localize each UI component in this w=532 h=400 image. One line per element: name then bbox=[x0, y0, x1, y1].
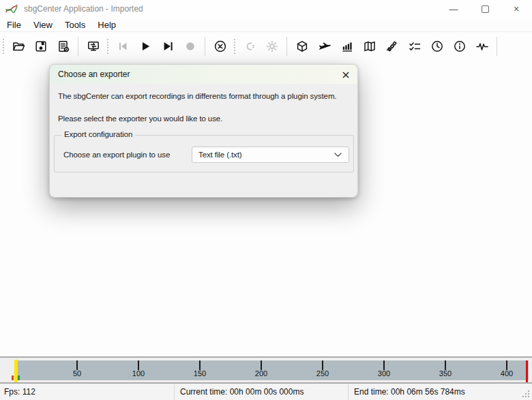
monitor-icon bbox=[87, 40, 100, 53]
checklist-icon bbox=[408, 40, 422, 53]
info-button[interactable] bbox=[449, 36, 469, 57]
toolbar bbox=[0, 31, 532, 61]
menu-bar: File View Tools Help bbox=[0, 18, 532, 31]
minimize-button[interactable]: — bbox=[438, 0, 469, 18]
resize-grip[interactable] bbox=[528, 396, 529, 397]
menu-help[interactable]: Help bbox=[91, 19, 122, 31]
waveform-button[interactable] bbox=[472, 36, 492, 57]
bar-chart-icon bbox=[340, 40, 354, 53]
dialog-title: Choose an exporter bbox=[58, 70, 130, 79]
export-configuration-group: Export configuration Choose an export pl… bbox=[54, 135, 354, 172]
airplane-icon bbox=[318, 40, 331, 53]
satellite-icon bbox=[385, 40, 399, 53]
toolbar-separator bbox=[497, 37, 497, 56]
connector-button bbox=[239, 36, 259, 57]
app-logo-icon bbox=[5, 3, 19, 14]
record-icon bbox=[183, 40, 197, 53]
clock-view-button[interactable] bbox=[427, 36, 447, 57]
group-label: Export configuration bbox=[61, 130, 135, 138]
view-3d-button[interactable] bbox=[292, 36, 312, 57]
toolbar-grip[interactable] bbox=[233, 37, 236, 55]
save-icon bbox=[34, 40, 48, 53]
timeline-end-marker bbox=[526, 360, 528, 382]
toolbar-grip[interactable] bbox=[106, 37, 109, 55]
waveform-icon bbox=[475, 40, 489, 53]
timeline-start-mark-green bbox=[18, 375, 20, 380]
dialog-prompt: Please select the exporter you would lik… bbox=[58, 114, 222, 123]
skip-to-end-button[interactable] bbox=[158, 36, 177, 57]
menu-view[interactable]: View bbox=[27, 19, 59, 31]
skip-to-start-icon bbox=[116, 40, 130, 53]
toolbar-separator bbox=[205, 37, 205, 56]
menu-file[interactable]: File bbox=[1, 19, 27, 31]
window-title: sbgCenter Application - Imported bbox=[24, 4, 143, 14]
play-button[interactable] bbox=[135, 36, 155, 57]
chart-view-button[interactable] bbox=[337, 36, 357, 57]
dialog-close-button[interactable]: × bbox=[334, 65, 357, 84]
status-bar: Fps: 112 Current time: 00h 00m 00s 000ms… bbox=[0, 384, 532, 400]
save-button[interactable] bbox=[31, 36, 50, 57]
skip-to-end-icon bbox=[161, 40, 175, 53]
settings-gear-icon bbox=[265, 40, 279, 53]
cancel-button-toolbar[interactable] bbox=[210, 36, 230, 57]
cancel-icon bbox=[213, 40, 227, 53]
cube-3d-view-icon bbox=[295, 40, 309, 53]
checklist-view-button[interactable] bbox=[404, 36, 424, 57]
settings-button bbox=[262, 36, 282, 57]
toolbar-grip[interactable] bbox=[1, 37, 5, 55]
ok-button[interactable]: Ok bbox=[246, 197, 296, 198]
export-plugin-select[interactable]: Text file (.txt) bbox=[192, 147, 349, 163]
export-log-icon bbox=[57, 40, 70, 53]
open-folder-button[interactable] bbox=[8, 36, 28, 57]
cancel-button[interactable]: Cancel bbox=[304, 197, 351, 198]
current-time-status: Current time: 00h 00m 00s 000ms bbox=[174, 384, 348, 400]
timeline[interactable]: 50100150200250300350400 bbox=[0, 356, 532, 384]
monitor-button[interactable] bbox=[83, 36, 103, 57]
fps-status: Fps: 112 bbox=[0, 384, 174, 400]
clock-icon bbox=[430, 40, 444, 53]
play-icon bbox=[138, 40, 152, 53]
map-view-button[interactable] bbox=[359, 36, 379, 57]
toolbar-separator bbox=[78, 37, 78, 56]
chevron-down-icon bbox=[334, 153, 342, 157]
choose-exporter-dialog: Choose an exporter × The sbgCenter can e… bbox=[49, 64, 358, 198]
flight-view-button[interactable] bbox=[314, 36, 334, 57]
menu-tools[interactable]: Tools bbox=[59, 19, 91, 31]
export-log-button[interactable] bbox=[53, 36, 73, 57]
close-button[interactable]: × bbox=[501, 0, 532, 18]
connector-icon bbox=[243, 40, 256, 53]
info-icon bbox=[453, 40, 467, 53]
open-folder-icon bbox=[12, 40, 25, 53]
export-plugin-selected-value: Text file (.txt) bbox=[198, 151, 242, 159]
title-bar: sbgCenter Application - Imported — × bbox=[0, 0, 532, 18]
dialog-title-bar: Choose an exporter × bbox=[50, 65, 357, 84]
dialog-description: The sbgCenter can export recordings in d… bbox=[58, 92, 336, 100]
timeline-playhead[interactable] bbox=[14, 360, 18, 382]
satellite-view-button[interactable] bbox=[382, 36, 402, 57]
dialog-body: The sbgCenter can export recordings in d… bbox=[50, 84, 357, 198]
plugin-combo-label: Choose an export plugin to use bbox=[63, 151, 170, 159]
maximize-icon bbox=[482, 5, 489, 13]
record-button bbox=[180, 36, 200, 57]
skip-to-start-button bbox=[113, 36, 132, 57]
toolbar-separator bbox=[286, 37, 287, 56]
maximize-button[interactable] bbox=[469, 0, 501, 18]
end-time-status: End time: 00h 06m 56s 784ms bbox=[348, 384, 532, 400]
map-icon bbox=[363, 40, 376, 53]
